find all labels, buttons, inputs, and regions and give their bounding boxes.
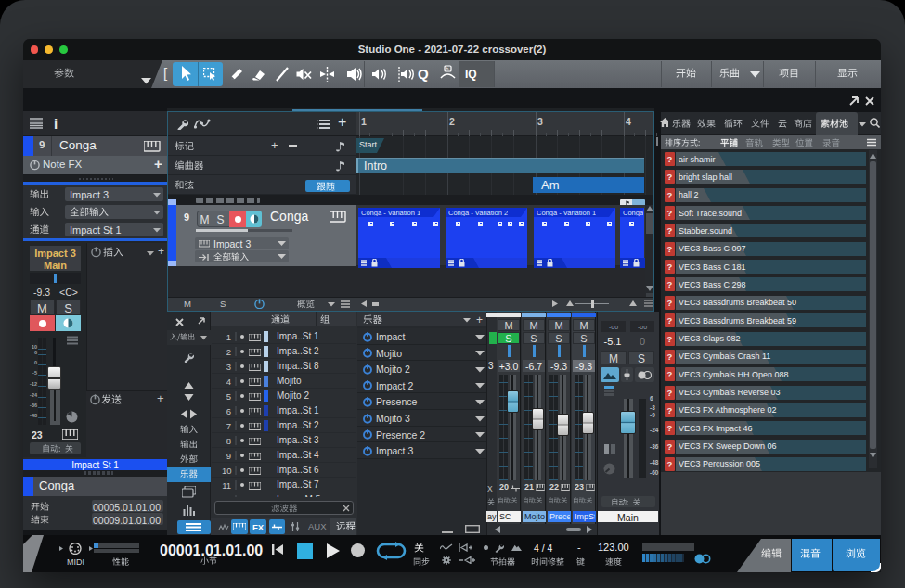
- svg-text:b: b: [446, 66, 448, 71]
